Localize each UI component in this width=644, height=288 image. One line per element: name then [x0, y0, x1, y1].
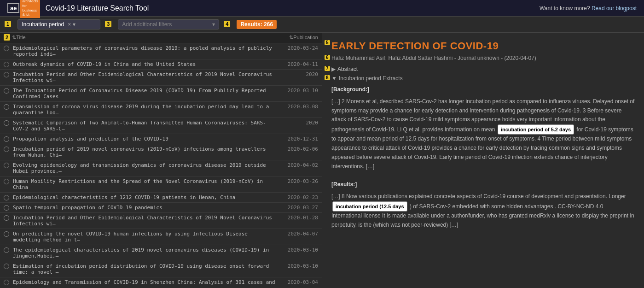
blog-prompt: Want to know more?	[540, 5, 590, 12]
row-title: Epidemiological characteristics of 1212 …	[13, 194, 277, 200]
filter-pill[interactable]: Incubation period × ▾	[17, 19, 100, 29]
row-date: 2020-03-04	[277, 279, 318, 285]
table-row[interactable]: Epidemiological characteristics of 1212 …	[0, 193, 322, 203]
row-radio[interactable]	[4, 147, 9, 152]
additional-filter[interactable]: Add additional filters ▾	[118, 19, 219, 29]
row-radio[interactable]	[4, 215, 9, 221]
header-blog[interactable]: Want to know more? Read our blogpost	[540, 5, 637, 12]
label-7-badge: 7	[325, 66, 330, 71]
label-5-badge: 5	[325, 40, 330, 45]
table-row[interactable]: Propagation analysis and prediction of t…	[0, 134, 322, 144]
row-radio[interactable]	[4, 195, 9, 200]
col-pub[interactable]: ⇅Publication	[277, 35, 318, 41]
article-body: [Background:] […] 2 Morens et al, descri…	[331, 85, 635, 230]
table-row[interactable]: On predicting the novel COVID-19 human i…	[0, 229, 322, 245]
results-heading: [Results:]	[331, 180, 635, 189]
blog-link[interactable]: Read our blogpost	[592, 5, 637, 12]
row-radio[interactable]	[4, 72, 9, 77]
row-date: 2020-03-24	[277, 45, 318, 51]
row-radio[interactable]	[4, 104, 9, 110]
label-3: 3	[105, 21, 111, 27]
row-date: 2020-03-08	[277, 104, 318, 110]
row-title: Propagation analysis and prediction of t…	[13, 136, 277, 142]
highlight-incubation-12-5: incubation period (12.5 days	[332, 201, 407, 212]
row-title: Transmission of corona virus disease 201…	[13, 104, 277, 116]
table-row[interactable]: Human Mobility Restrictions and the Spre…	[0, 176, 322, 193]
table-row[interactable]: Incubation Period and Other Epidemiologi…	[0, 213, 322, 229]
background-paragraph: […] 2 Morens et al, described SARS-Cov-2…	[331, 97, 635, 171]
header: ae architectsforbusiness& ict Covid-19 L…	[0, 0, 644, 17]
row-radio[interactable]	[4, 88, 9, 94]
row-title: The epidemiological characteristics of 2…	[13, 247, 277, 259]
row-title: Outbreak dynamics of COVID-19 in China a…	[13, 61, 277, 67]
row-radio[interactable]	[4, 264, 9, 269]
row-title: Estimation of incubation period distribu…	[13, 263, 277, 275]
table-header: 2 ⇅Title ⇅Publication	[0, 33, 322, 43]
row-date: 2020-03-27	[277, 205, 318, 211]
table-row[interactable]: Outbreak dynamics of COVID-19 in China a…	[0, 59, 322, 70]
table-row[interactable]: Estimation of incubation period distribu…	[0, 261, 322, 277]
table-row[interactable]: Epidemiological parameters of coronaviru…	[0, 43, 322, 59]
extracts-arrow-icon: ▼	[331, 75, 337, 82]
row-date: 2020-01-28	[277, 215, 318, 221]
extracts-toggle[interactable]: ▼ Incubation period Extracts	[331, 75, 635, 82]
row-radio[interactable]	[4, 46, 9, 51]
table-row[interactable]: Spatio-temporal propagation of COVID-19 …	[0, 203, 322, 213]
row-radio[interactable]	[4, 62, 9, 67]
row-radio[interactable]	[4, 247, 9, 253]
toolbar: 1 Incubation period × ▾ 3 Add additional…	[0, 17, 644, 33]
row-radio[interactable]	[4, 136, 9, 142]
table-row[interactable]: Transmission of corona virus disease 201…	[0, 102, 322, 118]
row-radio[interactable]	[4, 280, 9, 285]
filter-close-icon[interactable]: ×	[68, 21, 71, 28]
row-date: 2020-12-31	[277, 136, 318, 142]
row-date: 2020-02-23	[277, 194, 318, 200]
row-radio[interactable]	[4, 231, 9, 237]
table-row[interactable]: Incubation period of 2019 novel coronavi…	[0, 144, 322, 160]
additional-filter-arrow-icon: ▾	[212, 21, 215, 28]
extracts-label: Incubation period Extracts	[339, 75, 403, 82]
table-row[interactable]: Systematic Comparison of Two Animal-to-H…	[0, 118, 322, 134]
logo-ae: ae	[7, 3, 19, 13]
row-radio[interactable]	[4, 179, 9, 184]
row-title: Human Mobility Restrictions and the Spre…	[13, 178, 277, 190]
row-title: Incubation period of 2019 novel coronavi…	[13, 146, 277, 158]
table-row[interactable]: Epidemiology and Transmission of COVID-1…	[0, 277, 322, 286]
logo-subtitle: architectsforbusiness& ict	[20, 0, 40, 18]
row-title: Evolving epidemiology and transmission d…	[13, 162, 277, 174]
additional-filter-placeholder: Add additional filters	[122, 21, 172, 28]
table-row[interactable]: Evolving epidemiology and transmission d…	[0, 160, 322, 176]
label-6-badge: 6	[325, 55, 330, 60]
abstract-arrow-icon: ▶	[331, 66, 336, 72]
row-title: Epidemiology and Transmission of COVID-1…	[13, 279, 277, 286]
label-2: 2	[4, 34, 10, 41]
filter-arrow-icon: ▾	[73, 21, 75, 28]
results-badge: Results: 266	[237, 20, 277, 29]
row-radio[interactable]	[4, 205, 9, 211]
article-title: EARLY DETECTION OF COVID-19	[331, 40, 635, 52]
background-heading: [Background:]	[331, 85, 635, 94]
article-authors: Hafiz Muhammad Asif; Hafiz Abdul Sattar …	[331, 55, 635, 61]
table-row[interactable]: The Incubation Period of Coronavirus Dis…	[0, 86, 322, 102]
row-date: 2020-04-02	[277, 162, 318, 168]
row-radio[interactable]	[4, 163, 9, 168]
table-row[interactable]: The epidemiological characteristics of 2…	[0, 245, 322, 261]
header-title: Covid-19 Literature Search Tool	[46, 4, 149, 12]
abstract-toggle[interactable]: ▶ Abstract	[331, 66, 635, 72]
results-paragraph: […] 8 Now various publications explained…	[331, 192, 635, 230]
row-date: 2020-04-11	[277, 61, 318, 67]
row-date: 2020	[277, 120, 318, 126]
background-text-2: for Covid-19 symptoms to appear and mean…	[331, 126, 633, 170]
row-title: Incubation Period and Other Epidemiologi…	[13, 71, 277, 83]
highlight-incubation-5-2: incubation period of 5.2 days	[498, 124, 574, 135]
main: 2 ⇅Title ⇅Publication Epidemiological pa…	[0, 33, 644, 286]
row-title: The Incubation Period of Coronavirus Dis…	[13, 88, 277, 100]
col-title[interactable]: ⇅Title	[12, 35, 277, 41]
row-title: On predicting the novel COVID-19 human i…	[13, 231, 277, 243]
right-panel: 5 EARLY DETECTION OF COVID-19 6 Hafiz Mu…	[322, 33, 644, 286]
row-radio[interactable]	[4, 120, 9, 126]
table-row[interactable]: Incubation Period and Other Epidemiologi…	[0, 70, 322, 86]
row-date: 2020-03-10	[277, 88, 318, 94]
row-date: 2020-03-26	[277, 178, 318, 184]
logo-block: ae architectsforbusiness& ict	[7, 0, 40, 18]
